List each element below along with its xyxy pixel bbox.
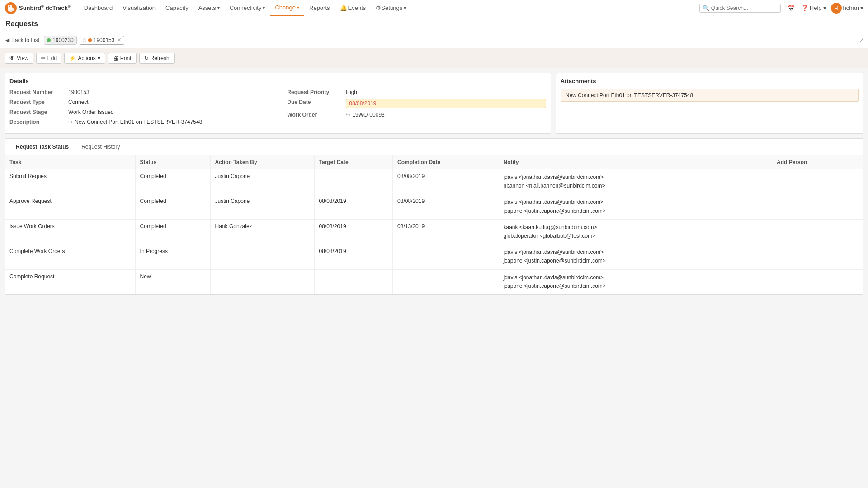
view-button[interactable]: 👁 View [5, 53, 33, 64]
expand-icon[interactable]: ⤢ [859, 37, 864, 44]
back-arrow-icon: ◀ [5, 37, 9, 43]
status-0: Completed [135, 169, 210, 194]
actions-button[interactable]: ⚡ Actions ▾ [64, 53, 105, 64]
task-complete-work-orders: Complete Work Orders [5, 244, 135, 269]
status-3: In Progress [135, 244, 210, 269]
refresh-button[interactable]: ↻ Refresh [139, 53, 175, 64]
print-button[interactable]: 🖨 Print [108, 53, 137, 64]
tab-dot-grey-icon [83, 38, 86, 42]
tab-request-task-status[interactable]: Request Task Status [9, 139, 75, 155]
details-card: Details Request Number 1900153 Request T… [5, 73, 551, 134]
notify-1: jdavis <jonathan.davis@sunbirdcim.com> j… [499, 194, 772, 219]
nav-right-area: 🔍 📅 ❓ Help ▾ H hchan ▾ [699, 3, 863, 14]
completion-date-2: 08/13/2019 [393, 219, 499, 244]
actions-icon: ⚡ [69, 55, 76, 61]
request-type-value: Connect [68, 99, 269, 105]
field-request-number: Request Number 1900153 [9, 89, 269, 95]
request-number-label: Request Number [9, 89, 68, 95]
completion-date-0: 08/08/2019 [393, 169, 499, 194]
logo[interactable]: Sunbird® dcTrack® [5, 2, 71, 14]
nav-item-settings[interactable]: ⚙ Settings ▾ [371, 0, 410, 16]
action-by-0: Justin Capone [210, 169, 314, 194]
due-date-label: Due Date [287, 99, 346, 105]
status-4: New [135, 269, 210, 294]
add-person-1[interactable] [772, 194, 863, 219]
add-person-4[interactable] [772, 269, 863, 294]
close-tab-icon[interactable]: ✕ [117, 37, 121, 43]
col-status: Status [135, 155, 210, 169]
nav-item-capacity[interactable]: Capacity [161, 0, 193, 16]
completion-date-4 [393, 269, 499, 294]
field-request-type: Request Type Connect [9, 99, 269, 105]
tab-1900230[interactable]: 1900230 [44, 36, 77, 45]
task-approve: Approve Request [5, 194, 135, 219]
add-person-2[interactable] [772, 219, 863, 244]
user-arrow-icon: ▾ [860, 5, 863, 11]
table-header: Task Status Action Taken By Target Date … [5, 155, 863, 169]
notify-0: jdavis <jonathan.davis@sunbirdcim.com> n… [499, 169, 772, 194]
request-stage-label: Request Stage [9, 109, 68, 115]
nav-item-connectivity[interactable]: Connectivity ▾ [225, 0, 270, 16]
completion-date-1: 08/08/2019 [393, 194, 499, 219]
back-to-list-button[interactable]: ◀ Back to List [4, 36, 41, 44]
nav-item-dashboard[interactable]: Dashboard [80, 0, 118, 16]
help-arrow-icon: ▾ [823, 5, 826, 11]
nav-item-visualization[interactable]: Visualization [118, 0, 160, 16]
notify-3: jdavis <jonathan.davis@sunbirdcim.com> j… [499, 244, 772, 269]
edit-button[interactable]: ✏ Edit [36, 53, 62, 64]
page-header: Requests [0, 16, 868, 32]
calendar-icon[interactable]: 📅 [785, 4, 797, 13]
work-order-arrow-icon: ↪ [346, 112, 350, 118]
task-status-table: Task Status Action Taken By Target Date … [5, 155, 863, 294]
notify-4: jdavis <jonathan.davis@sunbirdcim.com> j… [499, 269, 772, 294]
toolbar: 👁 View ✏ Edit ⚡ Actions ▾ 🖨 Print ↻ Refr… [0, 48, 868, 68]
nav-item-assets[interactable]: Assets ▾ [194, 0, 224, 16]
tab-1900153[interactable]: 1900153 ✕ [80, 36, 125, 45]
table-row: Complete Request New jdavis <jonathan.da… [5, 269, 863, 294]
help-button[interactable]: ❓ Help ▾ [801, 5, 826, 11]
col-completion-date: Completion Date [393, 155, 499, 169]
logo-text: Sunbird® dcTrack® [19, 5, 71, 11]
field-request-priority: Request Priority High [287, 89, 546, 95]
request-number-value: 1900153 [68, 89, 269, 95]
quick-search-input[interactable] [711, 5, 778, 11]
col-target-date: Target Date [314, 155, 393, 169]
tab-dot-green-icon [47, 38, 51, 42]
top-navigation: Sunbird® dcTrack® Dashboard Visualizatio… [0, 0, 868, 16]
nav-item-reports[interactable]: Reports [305, 0, 335, 16]
action-by-4 [210, 269, 314, 294]
target-date-2: 08/08/2019 [314, 219, 393, 244]
view-icon: 👁 [9, 55, 15, 61]
description-label: Description [9, 119, 68, 125]
request-priority-value: High [346, 89, 546, 95]
attachment-item[interactable]: New Connect Port Eth01 on TESTSERVER-374… [561, 89, 859, 102]
nav-menu: Dashboard Visualization Capacity Assets … [80, 0, 699, 16]
col-action-taken-by: Action Taken By [210, 155, 314, 169]
edit-icon: ✏ [41, 55, 46, 61]
print-icon: 🖨 [113, 55, 118, 61]
description-value: ↪ New Connect Port Eth01 on TESTSERVER-3… [68, 119, 269, 125]
add-person-0[interactable] [772, 169, 863, 194]
tab-request-history[interactable]: Request History [75, 139, 126, 155]
content-area: Details Request Number 1900153 Request T… [0, 68, 868, 299]
add-person-3[interactable] [772, 244, 863, 269]
user-menu-button[interactable]: H hchan ▾ [831, 3, 863, 14]
actions-arrow-icon: ▾ [98, 55, 100, 61]
field-description: Description ↪ New Connect Port Eth01 on … [9, 119, 269, 125]
description-arrow-icon: ↪ [68, 119, 73, 125]
col-add-person: Add Person [772, 155, 863, 169]
quick-search-box[interactable]: 🔍 [699, 4, 781, 13]
target-date-3: 08/08/2019 [314, 244, 393, 269]
due-date-value: 08/08/2019 [346, 99, 546, 108]
nav-item-events[interactable]: 🔔 Events [335, 0, 371, 16]
bell-icon: 🔔 [340, 5, 347, 11]
action-by-1: Justin Capone [210, 194, 314, 219]
svg-point-3 [9, 5, 10, 7]
top-row: Details Request Number 1900153 Request T… [5, 73, 863, 134]
work-order-label: Work Order [287, 112, 346, 118]
nav-item-change[interactable]: Change ▾ [270, 0, 304, 16]
completion-date-3 [393, 244, 499, 269]
breadcrumb-bar: ◀ Back to List 1900230 1900153 ✕ ⤢ [0, 32, 868, 48]
help-circle-icon: ❓ [801, 5, 808, 11]
connectivity-arrow-icon: ▾ [263, 5, 265, 10]
